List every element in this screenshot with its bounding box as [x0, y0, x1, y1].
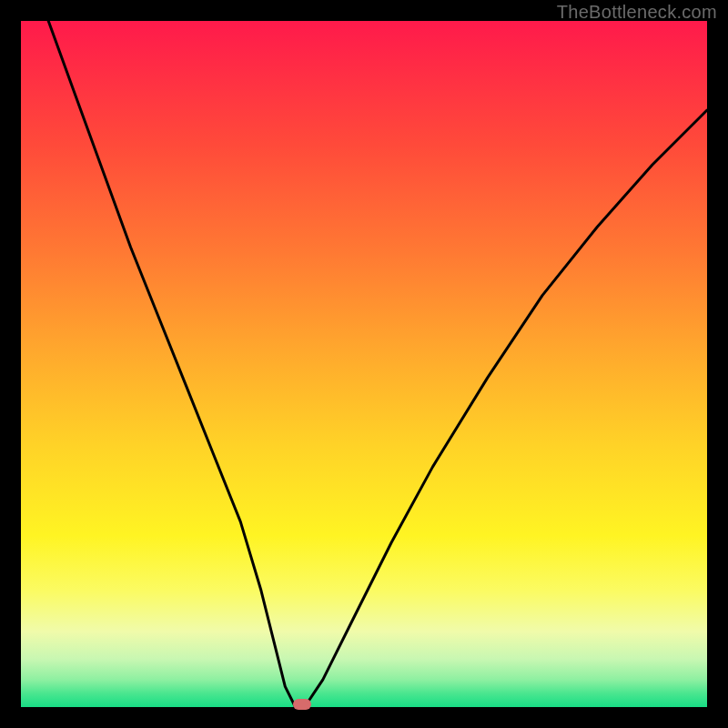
- chart-stage: TheBottleneck.com: [0, 0, 728, 728]
- watermark-text: TheBottleneck.com: [557, 2, 717, 23]
- plot-area: [21, 21, 707, 707]
- bottleneck-curve: [48, 21, 707, 707]
- optimal-marker: [293, 699, 311, 710]
- curve-svg: [21, 21, 707, 707]
